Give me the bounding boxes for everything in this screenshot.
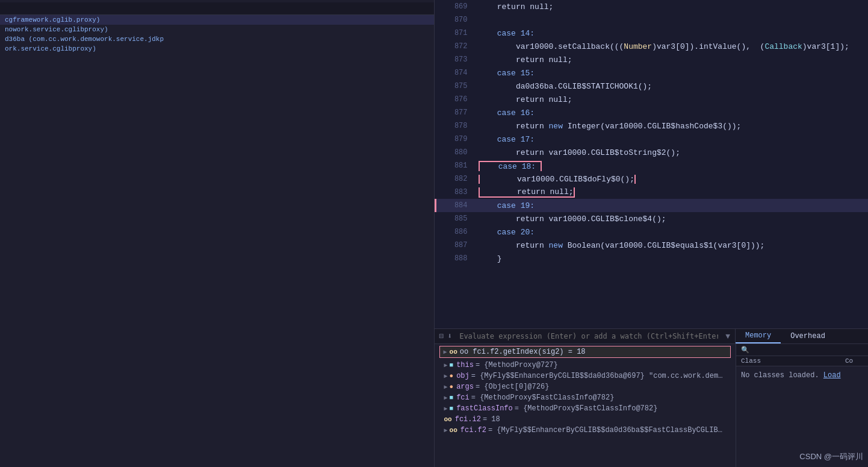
tab-memory[interactable]: Memory [736, 329, 781, 343]
load-link[interactable]: Load [823, 371, 841, 380]
code-line: 873 return null; [435, 53, 869, 66]
line-number: 872 [447, 40, 474, 53]
code-line: 879 case 17: [435, 133, 869, 146]
variable-item[interactable]: oofci.i2 = 18 [435, 414, 736, 425]
csdn-watermark: CSDN @一码评川 [799, 451, 863, 462]
left-debug-items: cgframework.cglib.proxy)nowork.service.c… [0, 15, 434, 54]
eval-expand-icon[interactable]: ▼ [721, 330, 735, 343]
debug-bottom-content: ▶ oo oo fci.f2.getIndex(sig2) = 18 ▶■thi… [435, 344, 869, 467]
code-line: 876 return null; [435, 93, 869, 106]
code-line: 877 case 16: [435, 106, 869, 119]
memory-search-input[interactable] [752, 346, 863, 354]
code-line: 872 var10000.setCallback(((Number)var3[0… [435, 40, 869, 53]
left-debug-panel: cgframework.cglib.proxy)nowork.service.c… [0, 0, 435, 467]
left-panel-header [0, 2, 434, 15]
line-number: 881 [447, 159, 474, 172]
code-line: 880 return var10000.CGLIB$toString$2(); [435, 146, 869, 159]
line-number: 873 [447, 53, 474, 66]
line-number: 876 [447, 93, 474, 106]
line-number: 875 [447, 80, 474, 93]
code-line: 887 return new Boolean(var10000.CGLIB$eq… [435, 239, 869, 252]
debug-panel: ⊟ ⬇ ▼ Memory Overhead ▶ [435, 328, 869, 467]
line-number: 887 [447, 239, 474, 252]
line-number: 878 [447, 119, 474, 133]
tab-overhead[interactable]: Overhead [781, 330, 835, 343]
memory-search-bar: 🔍 [736, 344, 868, 356]
code-line: 870 [435, 13, 869, 27]
editor-main: cgframework.cglib.proxy)nowork.service.c… [0, 0, 868, 467]
expand-icon[interactable]: ⬇ [447, 331, 452, 341]
code-line: 883 return null; [435, 186, 869, 199]
code-line: 882 var10000.CGLIB$doFly$0(); [435, 172, 869, 186]
code-line: 875 da0d36ba.CGLIB$STATICHOOK1(); [435, 80, 869, 93]
debug-top-bar: ⊟ ⬇ ▼ Memory Overhead [435, 329, 869, 344]
filter-icon[interactable]: ⊟ [439, 331, 444, 341]
line-number: 882 [447, 172, 474, 186]
line-number: 886 [447, 225, 474, 239]
code-line: 886 case 20: [435, 225, 869, 239]
variable-item[interactable]: ▶oofci.f2 = {MyFly$$EnhancerByCGLIB$$da0… [435, 425, 736, 436]
line-number: 884 [447, 199, 474, 212]
line-number: 871 [447, 27, 474, 40]
class-header: Class [741, 357, 845, 365]
code-line: 888 } [435, 252, 869, 265]
code-line: 881 case 18: [435, 159, 869, 172]
left-debug-item[interactable]: nowork.service.cglibproxy) [0, 25, 434, 34]
search-icon: 🔍 [741, 346, 749, 354]
debug-toolbar-area: ⊟ ⬇ ▼ [435, 329, 736, 343]
left-debug-item[interactable]: cgframework.cglib.proxy) [0, 15, 434, 25]
debug-right-tabs: Memory Overhead [736, 329, 868, 343]
variable-item[interactable]: ▶●obj = {MyFly$$EnhancerByCGLIB$$da0d36b… [435, 371, 736, 381]
variable-item[interactable]: ▶■fastClassInfo = {MethodProxy$FastClass… [435, 403, 736, 414]
left-debug-item[interactable]: d36ba (com.cc.work.demowork.service.jdkp [0, 34, 434, 44]
count-header: Co [845, 357, 863, 365]
code-line: 878 return new Integer(var10000.CGLIB$ha… [435, 119, 869, 133]
left-debug-item[interactable]: ork.service.cglibproxy) [0, 44, 434, 54]
watch-item[interactable]: ▶ oo oo fci.f2.getIndex(sig2) = 18 [439, 346, 731, 358]
line-number: 870 [447, 13, 474, 27]
code-line: 869 return null; [435, 0, 869, 13]
code-line: 884 case 19: [435, 199, 869, 212]
line-number: 885 [447, 212, 474, 225]
debug-toolbar-icons: ⊟ ⬇ [435, 331, 457, 341]
line-number: 880 [447, 146, 474, 159]
line-number: 874 [447, 66, 474, 80]
variables-panel: ▶ oo oo fci.f2.getIndex(sig2) = 18 ▶■thi… [435, 344, 736, 467]
code-editor: 869 return null;870871 case 14:872 var10… [435, 0, 869, 467]
code-lines-container: 869 return null;870871 case 14:872 var10… [435, 0, 869, 328]
code-line: 885 return var10000.CGLIB$clone$4(); [435, 212, 869, 225]
memory-panel: 🔍 Class Co No classes loaded. Load [736, 344, 868, 467]
variable-item[interactable]: ▶■this = {MethodProxy@727} [435, 360, 736, 371]
line-number: 877 [447, 106, 474, 119]
memory-table-header: Class Co [736, 356, 868, 366]
variable-item[interactable]: ▶■fci = {MethodProxy$FastClassInfo@782} [435, 392, 736, 403]
line-number: 879 [447, 133, 474, 146]
variable-item[interactable]: ▶●args = {Object[0]@726} [435, 381, 736, 392]
eval-input[interactable] [457, 329, 721, 343]
watch-expand-arrow: ▶ [444, 348, 447, 356]
watch-label: oo fci.f2.getIndex(sig2) = 18 [460, 348, 586, 356]
line-number: 869 [447, 0, 474, 13]
line-number: 883 [447, 186, 474, 199]
code-line: 874 case 15: [435, 66, 869, 80]
variables-container: ▶■this = {MethodProxy@727}▶●obj = {MyFly… [435, 360, 736, 467]
line-number: 888 [447, 252, 474, 265]
code-line: 871 case 14: [435, 27, 869, 40]
no-classes-text: No classes loaded. [741, 371, 819, 380]
watch-prefix: oo [450, 348, 457, 356]
